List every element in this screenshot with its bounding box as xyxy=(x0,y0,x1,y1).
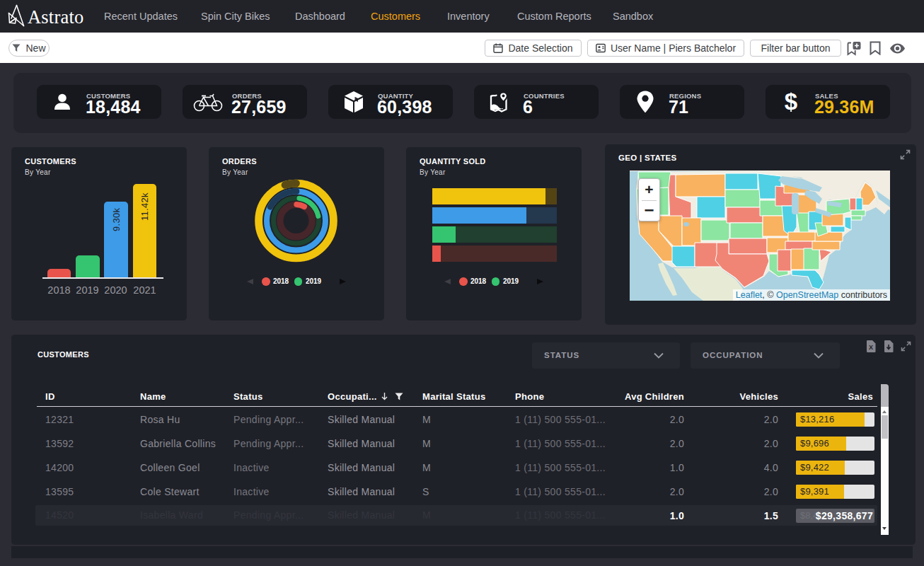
svg-text:X: X xyxy=(869,344,873,351)
svg-text:11.42k: 11.42k xyxy=(139,192,150,221)
svg-text:9.30k: 9.30k xyxy=(111,207,122,231)
